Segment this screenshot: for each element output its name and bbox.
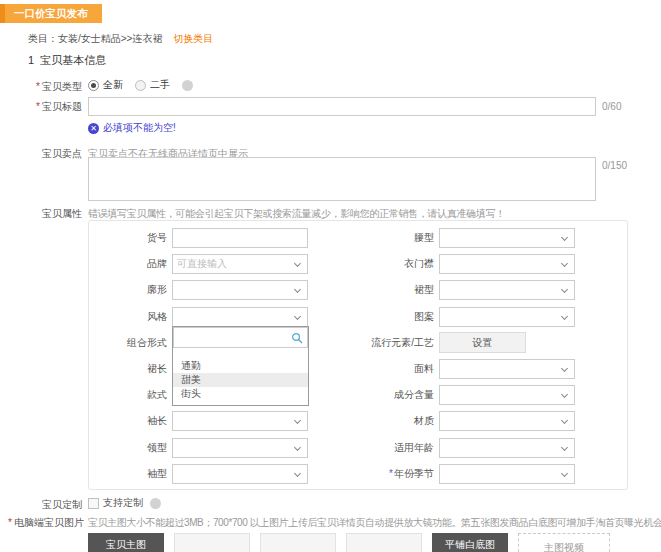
attribute-row: *品牌 可直接输入	[89, 251, 308, 277]
attribute-label: *袖长	[89, 414, 167, 428]
item-type-label: *宝贝类型	[0, 80, 82, 94]
chevron-down-icon	[294, 417, 301, 424]
upload-slot-宝贝主图[interactable]: 宝贝主图	[88, 533, 164, 552]
required-star: *	[8, 517, 12, 528]
field-面料[interactable]	[439, 359, 575, 379]
attribute-label: *风格	[89, 310, 167, 324]
attribute-label: *衣门襟	[334, 257, 434, 271]
field-材质[interactable]	[439, 411, 575, 431]
attribute-row: *腰型	[334, 225, 584, 251]
attribute-label: *货号	[89, 231, 167, 245]
attribute-row: *袖长	[89, 408, 308, 434]
field-品牌[interactable]: 可直接输入	[172, 254, 308, 274]
attribute-label: *面料	[334, 362, 434, 376]
help-icon[interactable]	[182, 80, 193, 91]
attribute-row: *适用年龄	[334, 435, 584, 461]
field-廓形[interactable]	[172, 280, 308, 300]
switch-category-link[interactable]: 切换类目	[173, 33, 213, 44]
attribute-label: *图案	[334, 310, 434, 324]
image-upload-slots: 宝贝主图平铺白底图主图视频	[88, 533, 610, 552]
selling-char-counter: 0/150	[602, 160, 627, 171]
style-dropdown-popup: 通勤甜美街头	[172, 326, 309, 406]
upload-slot-empty[interactable]	[346, 533, 422, 552]
chevron-down-icon	[294, 313, 301, 320]
selling-point-label: 宝贝卖点	[0, 147, 82, 161]
attributes-column-right: *腰型 *衣门襟 *裙型 *图案 *流行元素/工艺 设置	[334, 225, 584, 489]
upload-slot-主图视频[interactable]: 主图视频	[518, 533, 610, 552]
set-button[interactable]: 设置	[439, 332, 526, 353]
chevron-down-icon	[561, 234, 568, 241]
radio-new-label: 全新	[103, 78, 123, 92]
field-风格[interactable]	[172, 307, 308, 327]
help-icon[interactable]	[150, 498, 161, 509]
selling-point-textarea[interactable]	[88, 157, 596, 201]
attribute-label: *裙型	[334, 283, 434, 297]
radio-secondhand[interactable]	[135, 80, 146, 91]
dropdown-option-通勤[interactable]: 通勤	[173, 359, 308, 373]
chevron-down-icon	[561, 470, 568, 477]
attribute-label: *款式	[89, 388, 167, 402]
attribute-row: *图案	[334, 304, 584, 330]
chevron-down-icon	[561, 417, 568, 424]
attribute-row: *领型	[89, 435, 308, 461]
attribute-label: *腰型	[334, 231, 434, 245]
attribute-label: *成分含量	[334, 388, 434, 402]
field-成分含量[interactable]	[439, 385, 575, 405]
radio-new[interactable]	[88, 80, 99, 91]
dropdown-option-list: 通勤甜美街头	[173, 348, 308, 405]
attributes-warning: 错误填写宝贝属性，可能会引起宝贝下架或搜索流量减少，影响您的正常销售，请认真准确…	[88, 207, 505, 221]
item-title-label: *宝贝标题	[0, 100, 82, 114]
chevron-down-icon	[561, 313, 568, 320]
chevron-down-icon	[294, 470, 301, 477]
attribute-label: *流行元素/工艺	[334, 336, 434, 350]
field-图案[interactable]	[439, 307, 575, 327]
field-年份季节[interactable]	[439, 464, 575, 484]
upload-slot-empty[interactable]	[260, 533, 336, 552]
customization-options: 支持定制	[88, 496, 161, 510]
support-custom-checkbox[interactable]	[88, 498, 99, 509]
dropdown-search-box	[173, 327, 308, 348]
field-裙型[interactable]	[439, 280, 575, 300]
dropdown-option-甜美[interactable]: 甜美	[173, 373, 308, 387]
field-领型[interactable]	[172, 438, 308, 458]
upload-slot-平铺白底图[interactable]: 平铺白底图	[432, 533, 508, 552]
section-title-text: 宝贝基本信息	[40, 54, 106, 66]
page-title: 一口价宝贝发布	[0, 4, 102, 23]
attribute-label: *品牌	[89, 257, 167, 271]
title-char-counter: 0/60	[602, 101, 621, 112]
dropdown-search-input[interactable]	[174, 328, 307, 347]
upload-slot-empty[interactable]	[174, 533, 250, 552]
field-袖型[interactable]	[172, 464, 308, 484]
section-title: 1宝贝基本信息	[28, 53, 106, 68]
attribute-label: *领型	[89, 441, 167, 455]
required-star: *	[36, 101, 40, 112]
attribute-row: *裙型	[334, 277, 584, 303]
field-适用年龄[interactable]	[439, 438, 575, 458]
field-货号[interactable]	[172, 228, 308, 248]
attribute-row: *面料	[334, 356, 584, 382]
attribute-label: *组合形式	[89, 336, 167, 350]
attributes-label: 宝贝属性	[0, 207, 82, 221]
chevron-down-icon	[561, 286, 568, 293]
attribute-label: *年份季节	[334, 467, 434, 481]
title-error-message: ✕ 必填项不能为空!	[88, 121, 176, 135]
chevron-down-icon	[561, 260, 568, 267]
attribute-row: *廓形	[89, 277, 308, 303]
error-icon: ✕	[88, 123, 99, 134]
breadcrumb: 类目：女装/女士精品>>连衣裙 切换类目	[28, 32, 213, 46]
dropdown-option-街头[interactable]: 街头	[173, 387, 308, 401]
field-腰型[interactable]	[439, 228, 575, 248]
chevron-down-icon	[294, 444, 301, 451]
attribute-label: *袖型	[89, 467, 167, 481]
page-title-text: 一口价宝贝发布	[14, 7, 88, 19]
field-袖长[interactable]	[172, 411, 308, 431]
pc-images-label: *电脑端宝贝图片	[0, 516, 84, 530]
field-衣门襟[interactable]	[439, 254, 575, 274]
attribute-row: *袖型	[89, 461, 308, 487]
attribute-label: *裙长	[89, 362, 167, 376]
attribute-label: *廓形	[89, 283, 167, 297]
item-title-input[interactable]	[88, 97, 596, 116]
category-label: 类目：	[28, 33, 58, 44]
chevron-down-icon	[294, 286, 301, 293]
chevron-down-icon	[561, 365, 568, 372]
